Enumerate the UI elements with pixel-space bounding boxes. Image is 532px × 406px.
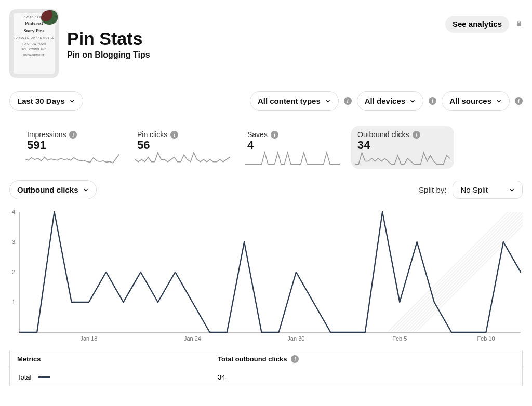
svg-text:1: 1 [12,299,15,305]
see-analytics-button[interactable]: See analytics [445,16,509,33]
info-icon[interactable]: i [515,97,523,105]
lock-icon [515,20,523,29]
device-label: All devices [365,97,405,105]
metric-value: 34 [357,139,448,152]
metric-card-pin-clicks[interactable]: Pin clicksi 56 [131,126,234,169]
date-range-filter[interactable]: Last 30 Days [9,91,83,111]
svg-text:Feb 5: Feb 5 [392,335,407,342]
split-by-label: Split by: [419,185,446,194]
table-row: Total 34 [10,368,522,386]
sparkline-outbound-clicks [355,151,450,166]
source-label: All sources [449,97,491,105]
info-icon[interactable]: i [344,97,352,105]
metric-label: Impressions [27,130,66,139]
svg-text:Jan 30: Jan 30 [287,335,304,342]
chevron-down-icon [509,187,515,193]
table-header-metrics: Metrics [10,355,218,363]
content-type-label: All content types [258,97,321,105]
svg-line-5 [403,212,523,332]
split-by-value: No Split [460,185,488,194]
info-icon[interactable]: i [413,131,420,139]
main-chart: 1234Jan 18Jan 24Jan 30Feb 5Feb 10 [9,207,523,346]
svg-line-2 [394,212,514,332]
metric-value: 56 [137,139,228,152]
content-type-filter[interactable]: All content types [250,91,339,111]
table-header-total: Total outbound clicks [218,355,287,363]
chevron-down-icon [409,98,416,104]
chevron-down-icon [496,98,502,104]
device-filter[interactable]: All devices [357,91,423,111]
sparkline-pin-clicks [135,151,230,166]
pin-thumbnail[interactable]: HOW TO CREATE Pinterest Story Pins FOR D… [9,9,59,78]
thumb-text: Story Pins [24,29,45,33]
metric-card-impressions[interactable]: Impressionsi 591 [21,126,124,169]
metric-label: Pin clicks [137,130,167,139]
metric-label: Saves [247,130,268,139]
svg-text:Feb 10: Feb 10 [477,335,495,342]
chart-metric-selector[interactable]: Outbound clicks [9,180,97,199]
svg-text:Jan 24: Jan 24 [184,335,201,342]
page-subtitle: Pin on Blogging Tips [67,50,150,60]
table-row-label: Total [17,373,31,381]
info-icon[interactable]: i [271,131,278,139]
svg-text:4: 4 [12,209,15,215]
metric-card-saves[interactable]: Savesi 4 [241,126,344,169]
info-icon[interactable]: i [69,131,77,139]
svg-text:3: 3 [12,239,15,245]
svg-text:Jan 18: Jan 18 [80,335,97,342]
chevron-down-icon [83,187,89,193]
thumb-text: ENGAGEMENT [23,53,45,57]
svg-text:2: 2 [12,269,15,275]
sparkline-saves [245,151,340,166]
chart-metric-label: Outbound clicks [17,185,78,194]
thumb-text: TO GROW YOUR [22,42,46,45]
thumb-text: FOLLOWING AND [21,48,46,51]
source-filter[interactable]: All sources [442,91,510,111]
metric-card-outbound-clicks[interactable]: Outbound clicksi 34 [351,126,454,169]
chevron-down-icon [69,98,75,104]
sparkline-impressions [25,151,119,166]
info-icon[interactable]: i [170,131,178,139]
metric-value: 591 [27,139,117,152]
date-range-label: Last 30 Days [17,97,65,105]
split-by-selector[interactable]: No Split [453,181,523,199]
metrics-table: Metrics Total outbound clicks i Total 34 [9,350,523,386]
table-row-value: 34 [218,373,225,381]
metric-value: 4 [247,139,338,152]
info-icon[interactable]: i [291,355,299,363]
page-title: Pin Stats [67,29,150,48]
info-icon[interactable]: i [429,97,436,105]
svg-line-3 [397,212,517,332]
svg-line-4 [400,212,521,332]
thumb-text: Pinterest [25,21,43,26]
metric-label: Outbound clicks [357,130,409,139]
chevron-down-icon [325,98,331,104]
series-swatch [38,376,50,378]
thumb-text: FOR DESKTOP AND MOBILE [14,36,55,39]
